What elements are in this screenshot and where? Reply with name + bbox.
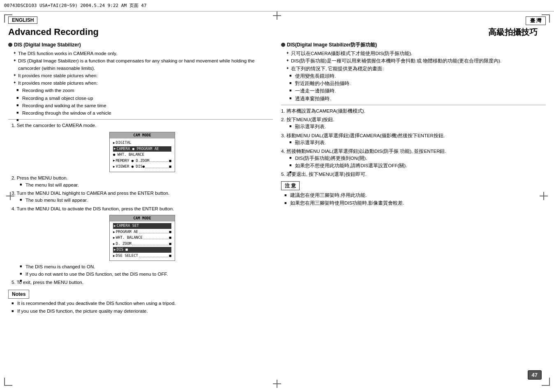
stable-case-2: Recording a small object close-up	[16, 95, 273, 102]
cam2-wht: WHT. BALANCE	[116, 235, 143, 241]
stable-case-3: Recording and walking at the same time	[16, 102, 273, 109]
arrow-camera: ▶	[114, 146, 116, 151]
english-badge: ENGLISH	[8, 16, 37, 24]
cam2-wht-dot: ■	[169, 235, 171, 241]
notes-box: Notes	[8, 290, 29, 299]
cam2-row-dzoom: ▶ D. ZOOM ■	[113, 241, 171, 247]
step-2: 2. Press the MENU button. The menu list …	[12, 175, 273, 189]
arrow-memory: ▶	[113, 158, 115, 163]
cam-memory: MEMORY ● D.ZOOM	[116, 158, 149, 164]
step-1: 1. Set the camcorder to CAMERA mode.	[12, 122, 273, 129]
dis-zh-sq-2: 對近距離的小物品拍攝時.	[289, 80, 546, 87]
step-3-sub: The sub menu list will appear.	[12, 197, 273, 204]
dis-zh-item-2: DIS(防手振功能)是一種可以用來補償握住本機時手會抖動 或 物體移動的功能(更…	[286, 58, 546, 65]
arrow-wht: ▶	[113, 235, 115, 240]
cam2-program: PROGRAM AE	[116, 229, 138, 235]
step-1-text: 1. Set the camcorder to CAMERA mode.	[12, 123, 96, 128]
cam-row-viewer: ▶ VIEWER ● DIS● ■	[113, 164, 171, 170]
step-5-text: 5. To exit, press the MENU button.	[12, 280, 83, 285]
step-4-sub: The DIS menu is changed to ON. If you do…	[12, 263, 273, 278]
main-content: ENGLISH 臺 灣 Advanced Recording 高級拍攝技巧 DI…	[8, 13, 546, 384]
step-zh-2-sub-1: 顯示選單列表.	[289, 123, 546, 130]
cam-digital: DIGITAL	[116, 140, 132, 146]
dis-stable-intro: It provides more stable pictures when:	[13, 80, 273, 87]
lang-row: ENGLISH 臺 灣	[8, 16, 546, 25]
steps-left: 1. Set the camcorder to CAMERA mode. CAM…	[8, 122, 273, 286]
step-2-text: 2. Press the MENU button.	[12, 175, 68, 180]
cam2-dse-dot: ■	[169, 253, 171, 259]
main-columns: DIS (Digital Image Stabilizer) The DIS f…	[8, 41, 546, 384]
cam-dots-memory	[150, 159, 168, 162]
cam2-dse: DSE SELECT	[116, 253, 138, 259]
step-zh-4-sub-2: 如果您不想使用此功能時,請將DIS選單設置OFF(關).	[289, 162, 546, 169]
dis-zh-sq-4: 透過車窗拍攝時.	[289, 95, 546, 102]
step-2-sub-1: The menu list will appear.	[20, 182, 273, 189]
step-zh-4-text: 4. 然後轉動MENU DIAL(選單選擇鈕)以啟動DIS(防手振 功能), 並…	[281, 149, 446, 154]
dis-header-text: DIS (Digital Image Stabilizer)	[14, 41, 81, 48]
taiwan-badge: 臺 灣	[526, 16, 546, 25]
step-zh-2-text: 2. 按下MENU(選單)按鈕.	[281, 117, 335, 122]
cam2-dis: DIS ■	[117, 247, 128, 253]
step-zh-3-text: 3. 移動MENU DIAL(選單選擇鈕)選擇CAMERA(攝影機)然後按下EN…	[281, 133, 445, 138]
cam2-dots-dse	[139, 255, 169, 257]
step-zh-2-sub: 顯示選單列表.	[281, 123, 546, 130]
cam-row-memory: ▶ MEMORY ● D.ZOOM ■	[113, 158, 171, 164]
col-left: DIS (Digital Image Stabilizer) The DIS f…	[8, 41, 273, 384]
arrow-dis: ▶	[114, 247, 116, 252]
dis-zh-header-text: DIS(Digital Image Stabilizer防手振功能)	[287, 41, 377, 48]
zh-note-2: 如果您在用三腳架時使用DIS功能時,影像畫質會較差.	[284, 200, 546, 207]
cam2-cameraset: CAMERA SET	[117, 223, 139, 229]
dis-item-2: DIS (Digital Image Stabilizer) is a func…	[13, 58, 273, 72]
title-chinese: 高級拍攝技巧	[488, 27, 538, 38]
cam-viewer: VIEWER ● DIS●	[116, 164, 145, 170]
arrow-viewer: ▶	[113, 164, 115, 169]
step-zh-3-sub-1: 顯示選單列表.	[289, 139, 546, 146]
steps-right: 1. 將本機設置為CAMERA(攝影機模式). 2. 按下MENU(選單)按鈕.…	[281, 108, 546, 178]
dis-item-1: The DIS function works in CAMERA mode on…	[13, 50, 273, 57]
cam-memory-dot: ■	[169, 158, 171, 164]
cam-row-tv: ● WHT. BALANCE	[113, 152, 171, 158]
cam-tv: ● WHT. BALANCE	[113, 152, 144, 158]
cam-row-camera: ▶ CAMERA ● PROGRAM AE	[113, 146, 171, 152]
step-3-text: 3. Turn the MENU DIAL highlight to CAMER…	[12, 191, 169, 196]
note-2: If you use the DIS function, the picture…	[12, 308, 273, 315]
step-zh-3-sub: 顯示選單列表.	[281, 139, 546, 146]
arrow-cameraset: ▶	[114, 224, 116, 228]
cam2-dots-wht	[143, 237, 169, 239]
bullet-circle-zh	[281, 43, 285, 47]
dis-zh-header: DIS(Digital Image Stabilizer防手振功能)	[281, 41, 546, 48]
step-4-text: 4. Turn the MENU DIAL to activate the DI…	[12, 206, 174, 211]
dis-zh-item-3: 在下列的情況下, 它能提供更為穩定的畫面:	[286, 65, 546, 72]
note-1: It is recommended that you deactivate th…	[12, 300, 273, 307]
cam-viewer-dot: ■	[169, 164, 171, 170]
cam2-row-dse: ▶ DSE SELECT ■	[113, 253, 171, 259]
page: 00743DSCD103 USA+TAI(28~59) 2004.5.24 9:…	[0, 0, 554, 392]
cam-panel-1-title: CAM MODE	[110, 132, 175, 139]
cam-row-digital: ▶ DIGITAL	[113, 140, 171, 146]
step-zh-5: 5. 若要退出, 按下MENU(選單)按鈕即可.	[281, 171, 546, 178]
page-number: 47	[528, 370, 542, 380]
dis-zh-list: 只可以在CAMERA攝影模式下才能使用DIS(防手振功能). DIS(防手振功能…	[281, 50, 546, 65]
arrow-digital: ▶	[113, 141, 115, 145]
cam-panel-1: CAM MODE ▶ DIGITAL ▶ CAMERA ● PROGRAM AE	[109, 132, 175, 172]
zh-notes-list: 建議您在使用三腳架時,停用此功能. 如果您在用三腳架時使用DIS功能時,影像畫質…	[281, 192, 546, 207]
dis-list: The DIS function works in CAMERA mode on…	[8, 50, 273, 79]
cam2-dzoom-dot: ■	[169, 241, 171, 247]
arrow-dse: ▶	[113, 254, 115, 258]
step-zh-1: 1. 將本機設置為CAMERA(攝影機模式).	[281, 108, 546, 115]
bullet-circle	[8, 43, 12, 47]
step-4b: The DIS menu is changed to ON. If you do…	[12, 263, 273, 278]
title-english: Advanced Recording	[8, 27, 99, 37]
step-5: 5. To exit, press the MENU button.	[12, 279, 273, 286]
stable-case-1: Recording with the zoom	[16, 87, 273, 94]
cam2-dots-program	[139, 231, 169, 233]
zh-note-1: 建議您在使用三腳架時,停用此功能.	[284, 192, 546, 199]
step-zh-4: 4. 然後轉動MENU DIAL(選單選擇鈕)以啟動DIS(防手振 功能), 並…	[281, 148, 546, 169]
step-4-sub-1: The DIS menu is changed to ON.	[20, 263, 273, 270]
arrow-dzoom: ▶	[113, 242, 115, 247]
cam-panel-2-wrapper: CAM MODE ▶ CAMERA SET ▶ PROGRAM AE ■	[12, 215, 273, 261]
cam-camera: CAMERA ● PROGRAM AE	[117, 146, 159, 152]
step-zh-4-sub: DIS(防手振功能)將更換到ON(開). 如果您不想使用此功能時,請將DIS選單…	[281, 155, 546, 169]
dis-zh-sq-3: 一邊走一邊拍攝時.	[289, 88, 546, 95]
dis-zh-item-1: 只可以在CAMERA攝影模式下才能使用DIS(防手振功能).	[286, 50, 546, 57]
